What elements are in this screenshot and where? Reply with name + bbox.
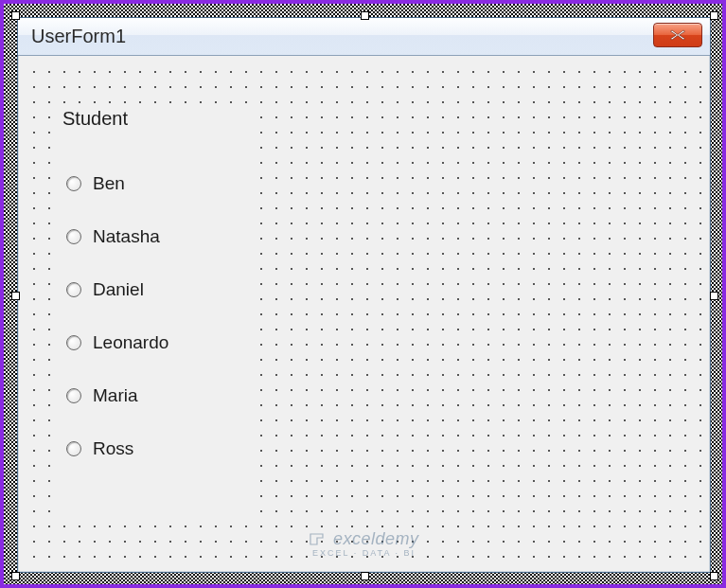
- option-label: Ross: [93, 438, 133, 459]
- radio-icon: [66, 441, 81, 456]
- vba-designer-canvas: UserForm1 Student Ben Natasha: [0, 0, 726, 588]
- option-label: Ben: [93, 173, 125, 194]
- selection-handle-w[interactable]: [11, 292, 20, 300]
- option-ross[interactable]: Ross: [66, 422, 168, 475]
- selection-handle-s[interactable]: [361, 572, 369, 580]
- title-bar[interactable]: UserForm1: [18, 18, 710, 56]
- option-natasha[interactable]: Natasha: [66, 210, 168, 263]
- selection-handle-nw[interactable]: [11, 11, 20, 20]
- window-title: UserForm1: [31, 26, 126, 47]
- radio-icon: [66, 229, 81, 244]
- form-client-area[interactable]: Student Ben Natasha Daniel: [21, 59, 707, 569]
- close-button[interactable]: [653, 23, 702, 47]
- selection-handle-se[interactable]: [710, 572, 718, 580]
- option-label: Daniel: [93, 279, 144, 300]
- watermark-brand: exceldemy: [333, 529, 419, 548]
- watermark: exceldemy EXCEL · DATA · BI: [309, 529, 418, 558]
- userform-window[interactable]: UserForm1 Student Ben Natasha: [17, 17, 711, 573]
- option-leonardo[interactable]: Leonardo: [66, 316, 168, 369]
- selection-handle-sw[interactable]: [11, 572, 20, 580]
- radio-icon: [66, 388, 81, 403]
- frame-caption: Student: [59, 108, 132, 130]
- option-label: Natasha: [93, 226, 160, 247]
- close-icon: [669, 29, 686, 41]
- option-label: Maria: [93, 385, 138, 406]
- option-group: Ben Natasha Daniel Leonardo: [66, 157, 168, 475]
- radio-icon: [66, 176, 81, 191]
- option-ben[interactable]: Ben: [66, 157, 168, 210]
- option-label: Leonardo: [93, 332, 168, 353]
- selection-handle-ne[interactable]: [710, 11, 718, 20]
- radio-icon: [66, 335, 81, 350]
- radio-icon: [66, 282, 81, 297]
- watermark-icon: [309, 530, 324, 550]
- option-maria[interactable]: Maria: [66, 369, 168, 422]
- frame-student[interactable]: Student Ben Natasha Daniel: [51, 108, 250, 525]
- selection-handle-e[interactable]: [710, 292, 718, 300]
- option-daniel[interactable]: Daniel: [66, 263, 168, 316]
- watermark-tagline: EXCEL · DATA · BI: [309, 548, 418, 558]
- selection-handle-n[interactable]: [361, 11, 369, 20]
